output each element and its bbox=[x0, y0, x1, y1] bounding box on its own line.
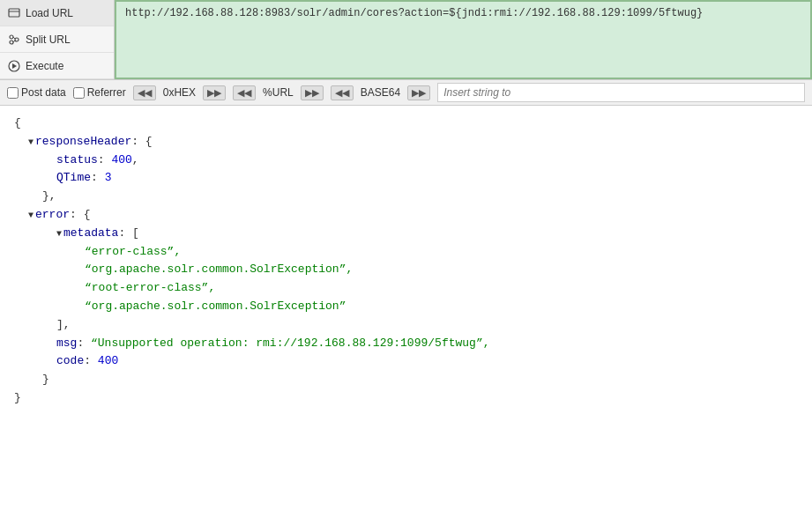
json-output-area: { ▼ responseHeader: { status: 400, QTime… bbox=[0, 106, 812, 525]
hex-label: 0xHEX bbox=[163, 86, 196, 99]
json-line: msg: “Unsupported operation: rmi://192.1… bbox=[14, 335, 798, 353]
load-url-icon bbox=[7, 6, 21, 20]
toggle-error[interactable]: ▼ bbox=[28, 209, 34, 223]
execute-label: Execute bbox=[26, 60, 63, 72]
svg-line-5 bbox=[13, 37, 15, 39]
url-right-button[interactable]: ▶▶ bbox=[301, 85, 324, 100]
json-line: ▼ error: { bbox=[14, 206, 798, 225]
url-left-button[interactable]: ◀◀ bbox=[233, 85, 256, 100]
split-url-icon bbox=[7, 33, 21, 47]
json-line: ▼ metadata: [ bbox=[14, 225, 798, 243]
referrer-checkbox-label[interactable]: Referrer bbox=[73, 86, 126, 99]
json-line: }, bbox=[14, 188, 798, 206]
json-line: “org.apache.solr.common.SolrException” bbox=[14, 298, 798, 316]
json-line: code: 400 bbox=[14, 352, 798, 371]
svg-rect-0 bbox=[9, 9, 19, 17]
toggle-response-header[interactable]: ▼ bbox=[28, 136, 34, 150]
svg-marker-8 bbox=[12, 63, 17, 69]
json-line: QTime: 3 bbox=[14, 169, 798, 188]
base64-right-button[interactable]: ▶▶ bbox=[407, 85, 430, 100]
svg-line-6 bbox=[13, 41, 15, 42]
execute-button[interactable]: Execute bbox=[0, 53, 114, 79]
json-line: ], bbox=[14, 316, 798, 335]
svg-point-3 bbox=[10, 41, 13, 44]
json-line: “org.apache.solr.common.SolrException”, bbox=[14, 261, 798, 279]
json-line: } bbox=[14, 389, 798, 408]
load-url-label: Load URL bbox=[26, 7, 73, 19]
hex-right-button[interactable]: ▶▶ bbox=[203, 85, 226, 100]
json-line: “root-error-class”, bbox=[14, 279, 798, 298]
load-url-button[interactable]: Load URL bbox=[0, 0, 114, 26]
post-data-checkbox-label[interactable]: Post data bbox=[7, 86, 66, 99]
base64-left-button[interactable]: ◀◀ bbox=[331, 85, 354, 100]
referrer-label: Referrer bbox=[87, 86, 126, 99]
hex-left-button[interactable]: ◀◀ bbox=[133, 85, 156, 100]
toggle-metadata[interactable]: ▼ bbox=[56, 227, 62, 241]
json-line: “error-class”, bbox=[14, 243, 798, 262]
json-line: ▼ responseHeader: { bbox=[14, 133, 798, 152]
options-bar: Post data Referrer ◀◀ 0xHEX ▶▶ ◀◀ %URL ▶… bbox=[0, 79, 812, 106]
execute-icon bbox=[7, 59, 21, 73]
referrer-checkbox[interactable] bbox=[73, 87, 85, 99]
split-url-button[interactable]: Split URL bbox=[0, 26, 114, 53]
post-data-label: Post data bbox=[21, 86, 66, 99]
svg-point-4 bbox=[15, 38, 19, 41]
top-section: Load URL Split URL Execute bbox=[0, 0, 812, 79]
svg-point-2 bbox=[10, 35, 13, 39]
left-buttons-panel: Load URL Split URL Execute bbox=[0, 0, 115, 79]
insert-string-field[interactable] bbox=[437, 83, 805, 102]
url-value: http://192.168.88.128:8983/solr/admin/co… bbox=[125, 7, 703, 19]
json-line: } bbox=[14, 371, 798, 389]
url-encode-label: %URL bbox=[263, 86, 294, 99]
post-data-checkbox[interactable] bbox=[7, 87, 19, 99]
json-line: { bbox=[14, 115, 798, 133]
url-input-area[interactable]: http://192.168.88.128:8983/solr/admin/co… bbox=[115, 0, 812, 79]
base64-label: BASE64 bbox=[361, 86, 400, 99]
json-line: status: 400, bbox=[14, 152, 798, 170]
split-url-label: Split URL bbox=[26, 33, 71, 46]
